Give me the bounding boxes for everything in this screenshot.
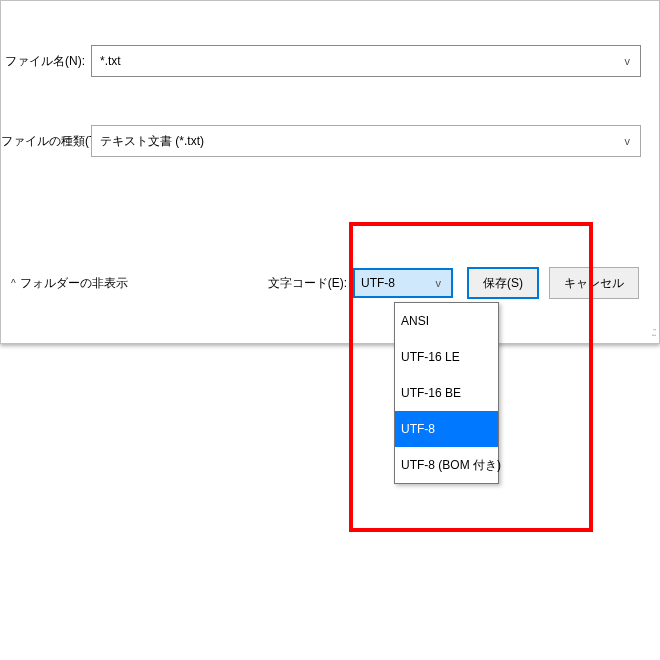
chevron-down-icon: v xyxy=(625,55,631,67)
save-dialog-panel: ファイル名(N): *.txt v ファイルの種類(T): テキスト文書 (*.… xyxy=(0,0,660,344)
bottom-row: ^ フォルダーの非表示 文字コード(E): UTF-8 v 保存(S) キャンセ… xyxy=(1,263,649,303)
encoding-option-utf8bom[interactable]: UTF-8 (BOM 付き) xyxy=(395,447,498,483)
save-button[interactable]: 保存(S) xyxy=(467,267,539,299)
encoding-option-utf16be[interactable]: UTF-16 BE xyxy=(395,375,498,411)
hide-folders-toggle[interactable]: ^ フォルダーの非表示 xyxy=(11,275,128,292)
chevron-down-icon: v xyxy=(625,135,631,147)
filename-row: ファイル名(N): *.txt v xyxy=(1,45,649,77)
encoding-option-utf8[interactable]: UTF-8 xyxy=(395,411,498,447)
encoding-option-utf16le[interactable]: UTF-16 LE xyxy=(395,339,498,375)
cancel-button-label: キャンセル xyxy=(564,275,624,292)
filename-value: *.txt xyxy=(100,54,121,68)
caret-up-icon: ^ xyxy=(11,278,16,289)
filetype-value: テキスト文書 (*.txt) xyxy=(100,133,204,150)
encoding-combo[interactable]: UTF-8 v xyxy=(353,268,453,298)
filename-input[interactable]: *.txt v xyxy=(91,45,641,77)
encoding-label: 文字コード(E): xyxy=(268,275,347,292)
chevron-down-icon: v xyxy=(436,277,442,289)
save-button-label: 保存(S) xyxy=(483,275,523,292)
encoding-option-ansi[interactable]: ANSI xyxy=(395,303,498,339)
cancel-button[interactable]: キャンセル xyxy=(549,267,639,299)
filetype-combo[interactable]: テキスト文書 (*.txt) v xyxy=(91,125,641,157)
filetype-row: ファイルの種類(T): テキスト文書 (*.txt) v xyxy=(1,125,649,157)
encoding-value: UTF-8 xyxy=(361,276,395,290)
filename-label: ファイル名(N): xyxy=(1,53,91,70)
filetype-label: ファイルの種類(T): xyxy=(1,133,91,150)
resize-grip-icon[interactable]: .:: xyxy=(651,325,655,339)
hide-folders-label: フォルダーの非表示 xyxy=(20,275,128,292)
encoding-dropdown[interactable]: ANSI UTF-16 LE UTF-16 BE UTF-8 UTF-8 (BO… xyxy=(394,302,499,484)
